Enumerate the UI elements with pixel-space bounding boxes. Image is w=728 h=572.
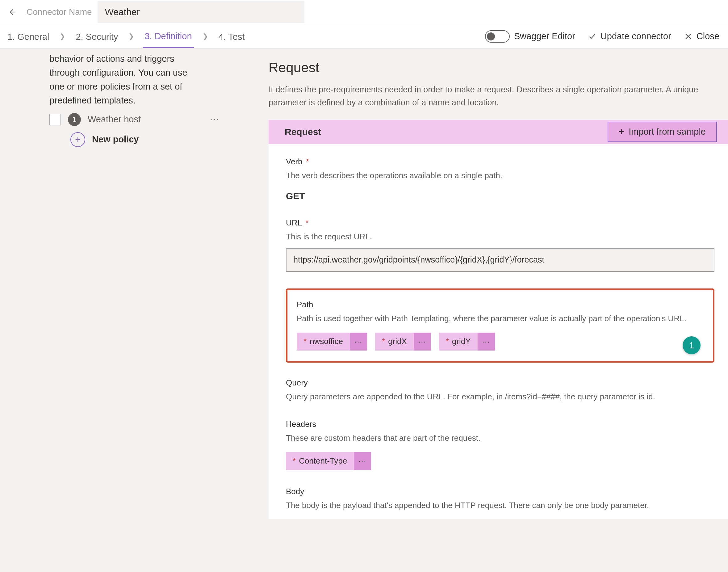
more-icon[interactable]: ··· [414,333,431,351]
step-test[interactable]: 4. Test [217,32,247,48]
headers-block: Headers These are custom headers that ar… [286,419,714,470]
body-block: Body The body is the payload that's appe… [286,487,714,511]
header-param-chip[interactable]: *Content-Type ··· [286,452,371,470]
sidebar: behavior of actions and triggers through… [0,49,235,572]
swagger-editor-toggle-group[interactable]: Swagger Editor [485,30,575,43]
more-icon[interactable]: ··· [478,333,495,351]
path-param-chip[interactable]: *nwsoffice ··· [297,333,367,351]
headers-desc: These are custom headers that are part o… [286,432,714,444]
import-label: Import from sample [629,127,706,137]
policy-name: Weather host [88,114,204,125]
request-header-bar: Request + Import from sample [268,120,728,144]
chevron-right-icon: ❯ [60,32,65,41]
query-label: Query [286,378,714,387]
top-header: Connector Name [0,0,728,24]
path-block-highlighted: Path Path is used together with Path Tem… [286,288,714,363]
connector-name-label: Connector Name [26,7,92,17]
chevron-right-icon: ❯ [129,32,134,41]
callout-badge: 1 [682,336,701,354]
close-button[interactable]: Close [684,31,719,42]
step-definition[interactable]: 3. Definition [143,31,193,48]
verb-block: Verb * The verb describes the operations… [286,157,714,201]
content-area: Request It defines the pre-requirements … [235,49,728,572]
headers-label: Headers [286,419,714,429]
update-connector-button[interactable]: Update connector [588,31,671,42]
back-arrow-icon[interactable] [6,6,17,18]
new-policy-label: New policy [92,134,139,145]
chevron-right-icon: ❯ [203,32,208,41]
connector-name-input[interactable] [97,1,304,23]
policy-index-badge: 1 [68,113,81,126]
more-icon[interactable]: ··· [354,452,371,470]
add-circle-icon[interactable]: + [70,132,85,147]
body-label: Body [286,487,714,496]
plus-icon: + [619,126,625,137]
query-desc: Query parameters are appended to the URL… [286,391,714,403]
sidebar-behavior-text: behavior of actions and triggers through… [50,52,197,108]
step-general[interactable]: 1. General [6,32,51,48]
step-security[interactable]: 2. Security [74,32,120,48]
request-section-intro: It defines the pre-requirements needed i… [268,83,728,109]
path-desc: Path is used together with Path Templati… [297,312,704,325]
request-section-title: Request [268,60,728,75]
main-area: behavior of actions and triggers through… [0,49,728,572]
verb-label: Verb * [286,157,714,166]
policy-row[interactable]: 1 Weather host ··· [50,113,219,126]
swagger-toggle[interactable] [485,30,510,43]
body-desc: The body is the payload that's appended … [286,499,714,511]
verb-value: GET [286,191,714,201]
url-block: URL * This is the request URL. https://a… [286,218,714,272]
path-param-chip[interactable]: *gridX ··· [375,333,431,351]
verb-desc: The verb describes the operations availa… [286,169,714,182]
path-label: Path [297,300,704,309]
url-desc: This is the request URL. [286,231,714,243]
url-label: URL * [286,218,714,228]
more-icon[interactable]: ··· [350,333,367,351]
url-value-box[interactable]: https://api.weather.gov/gridpoints/{nwso… [286,248,714,272]
import-from-sample-button[interactable]: + Import from sample [608,122,717,142]
close-icon [684,32,692,41]
query-block: Query Query parameters are appended to t… [286,378,714,403]
check-icon [588,32,596,41]
request-card: Request + Import from sample Verb * The … [268,120,728,519]
step-nav: 1. General ❯ 2. Security ❯ 3. Definition… [0,24,728,49]
policy-more-icon[interactable]: ··· [211,115,219,124]
policy-checkbox[interactable] [50,114,61,125]
request-header-title: Request [285,127,321,137]
swagger-label: Swagger Editor [514,31,575,42]
new-policy-button[interactable]: + New policy [70,132,219,147]
path-param-chip[interactable]: *gridY ··· [439,333,495,351]
